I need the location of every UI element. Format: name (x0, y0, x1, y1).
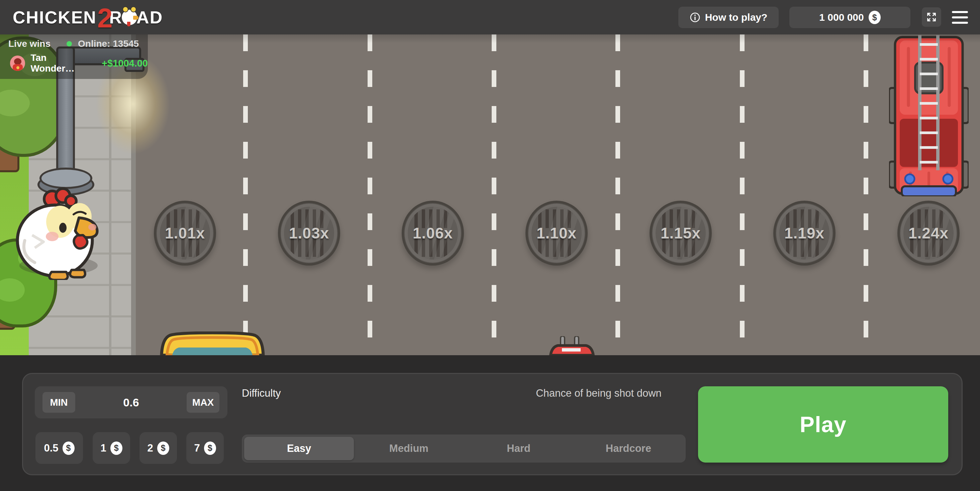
manhole-multiplier-3: 1.06x (402, 201, 464, 265)
multiplier-label: 1.24x (897, 201, 959, 265)
difficulty-label: Difficulty (242, 387, 281, 399)
chip-2-button[interactable]: 2 $ (140, 432, 177, 464)
dollar-coin-icon: $ (204, 442, 216, 455)
chicken (13, 184, 102, 280)
bet-amount-box: 0.6 MIN MAX (35, 386, 228, 418)
logo-chicken-head-icon (122, 10, 137, 25)
lane-divider (492, 35, 496, 355)
online-count: Online: 13545 (78, 38, 139, 49)
multiplier-label: 1.15x (649, 201, 712, 265)
game-field: 1.01x 1.03x 1.06x 1.10x 1.15x 1.19x (0, 35, 980, 355)
win-amount: +$1004.00 (102, 58, 148, 69)
fire-truck (889, 35, 969, 196)
fullscreen-button[interactable] (922, 7, 941, 27)
player-name: Tan Wonder… (30, 52, 92, 74)
multiplier-label: 1.06x (402, 201, 464, 265)
multiplier-label: 1.03x (278, 201, 340, 265)
lane-divider (864, 35, 868, 355)
live-wins-panel: Live wins Online: 13545 Tan Wonder… +$10… (0, 35, 148, 79)
yellow-car (152, 332, 273, 355)
manhole-multiplier-1: 1.01x (154, 201, 216, 265)
tab-hard[interactable]: Hard (464, 437, 574, 460)
multiplier-label: 1.19x (773, 201, 835, 265)
difficulty-tabs: Easy Medium Hard Hardcore (242, 434, 686, 462)
manhole-multiplier-6: 1.19x (773, 201, 835, 265)
logo: CHICKEN 2 R AD (13, 0, 163, 35)
live-wins-title: Live wins (8, 38, 51, 49)
play-button[interactable]: Play (698, 386, 948, 462)
lane-divider (616, 35, 620, 355)
balance-value: 1 000 000 (819, 12, 864, 23)
manhole-multiplier-4: 1.10x (525, 201, 588, 265)
manhole-multiplier-7: 1.24x (897, 201, 959, 265)
red-truck-tip (549, 336, 595, 355)
balance-display[interactable]: 1 000 000 $ (789, 7, 910, 28)
player-avatar (10, 56, 25, 71)
lane-divider (740, 35, 745, 355)
how-to-play-label: How to play? (705, 12, 768, 23)
chicken-road-game: 1.01x 1.03x 1.06x 1.10x 1.15x 1.19x (0, 0, 980, 491)
logo-text-2: 2 (97, 4, 113, 32)
logo-text-chicken: CHICKEN (13, 7, 97, 27)
dollar-coin-icon: $ (869, 11, 881, 24)
manhole-multiplier-5: 1.15x (649, 201, 712, 265)
multiplier-label: 1.10x (525, 201, 588, 265)
chip-0.5-button[interactable]: 0.5 $ (35, 432, 83, 464)
multiplier-label: 1.01x (154, 201, 216, 265)
lane-divider (243, 35, 248, 355)
fullscreen-icon (926, 11, 937, 23)
info-icon (690, 12, 700, 23)
chip-7-button[interactable]: 7 $ (186, 432, 224, 464)
manhole-multiplier-2: 1.03x (278, 201, 340, 265)
dollar-coin-icon: $ (110, 442, 123, 455)
logo-text-ad: AD (137, 7, 163, 27)
top-bar: CHICKEN 2 R AD How to play? 1 000 000 $ (0, 0, 980, 35)
max-bet-button[interactable]: MAX (187, 392, 220, 413)
tab-hardcore[interactable]: Hardcore (574, 437, 683, 460)
lane-divider (368, 35, 372, 355)
dollar-coin-icon: $ (157, 442, 169, 455)
menu-button[interactable] (952, 11, 968, 24)
online-dot-icon (67, 41, 72, 46)
live-win-entry: Tan Wonder… +$1004.00 (0, 55, 148, 71)
min-bet-button[interactable]: MIN (43, 392, 75, 413)
how-to-play-button[interactable]: How to play? (678, 7, 779, 28)
tab-easy[interactable]: Easy (244, 437, 354, 460)
tab-medium[interactable]: Medium (354, 437, 464, 460)
dollar-coin-icon: $ (62, 442, 75, 455)
chance-label: Chance of being shot down (492, 387, 706, 399)
chip-1-button[interactable]: 1 $ (93, 432, 130, 464)
hamburger-icon (952, 11, 968, 13)
